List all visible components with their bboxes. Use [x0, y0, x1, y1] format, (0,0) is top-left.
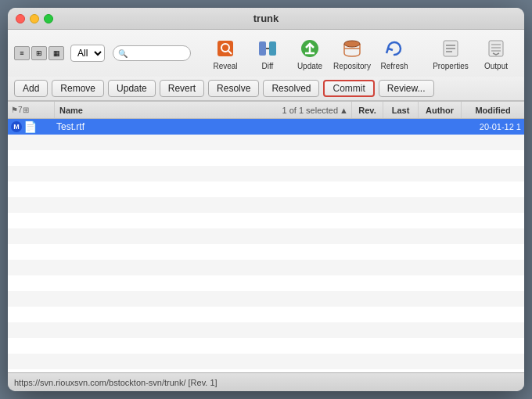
output-icon [483, 36, 509, 61]
diff-tool[interactable]: Diff [247, 34, 288, 72]
action-bar: Add Remove Update Revert Resolve Resolve… [8, 77, 524, 101]
modified-column-header[interactable]: Modified [462, 102, 524, 118]
empty-row [8, 150, 524, 166]
output-tool[interactable]: Output [474, 34, 518, 72]
properties-tool[interactable]: Properties [429, 34, 473, 72]
update-tool[interactable]: Update [289, 34, 330, 72]
modified-value: 20-01-12 1 [462, 122, 524, 131]
update-button[interactable]: Update [108, 80, 156, 97]
traffic-lights [16, 14, 53, 23]
repository-icon [340, 36, 365, 61]
view-icon-button[interactable]: ⊞ [31, 46, 47, 60]
resolve-button[interactable]: Resolve [208, 80, 259, 97]
empty-row [8, 228, 524, 244]
search-box[interactable]: 🔍 [113, 45, 191, 61]
search-input[interactable] [129, 49, 184, 58]
filter-select[interactable]: All [70, 45, 105, 62]
refresh-tool[interactable]: Refresh [374, 34, 415, 72]
view-column-button[interactable]: ▦ [49, 46, 64, 60]
empty-row [8, 291, 524, 307]
svg-rect-16 [489, 41, 503, 56]
name-column-label: Name [59, 106, 83, 115]
col-name-header[interactable]: Name 1 of 1 selected ▲ [55, 102, 352, 118]
toolbar-top: ≡ ⊞ ▦ All 🔍 [8, 30, 524, 77]
empty-row [8, 197, 524, 213]
update-icon [297, 36, 322, 61]
column-header: ⚑7⊞ Name 1 of 1 selected ▲ Rev. Last Aut… [8, 102, 524, 119]
empty-row [8, 260, 524, 275]
properties-icon [438, 36, 463, 61]
reveal-tool[interactable]: Reveal [205, 34, 246, 72]
resolved-button[interactable]: Resolved [263, 80, 319, 97]
empty-row [8, 244, 524, 260]
rev-column-header[interactable]: Rev. [352, 102, 383, 118]
remove-button[interactable]: Remove [52, 80, 104, 97]
close-button[interactable] [16, 14, 25, 23]
revert-button[interactable]: Revert [160, 80, 204, 97]
selected-info: 1 of 1 selected ▲ [282, 106, 348, 115]
reveal-label: Reveal [213, 62, 237, 70]
row-icon-area: M 📄 [8, 119, 55, 135]
properties-label: Properties [433, 62, 469, 70]
view-list-button[interactable]: ≡ [14, 46, 30, 60]
window-title: trunk [253, 13, 279, 24]
search-icon: 🔍 [118, 49, 128, 58]
titlebar: trunk [8, 8, 524, 30]
review-button[interactable]: Review... [379, 80, 434, 97]
empty-row [8, 307, 524, 322]
empty-row [8, 182, 524, 197]
file-list: M 📄 Test.rtf 20-01-12 1 [8, 119, 524, 372]
svg-rect-4 [269, 41, 276, 56]
minimize-button[interactable] [30, 14, 39, 23]
add-button[interactable]: Add [14, 80, 48, 97]
empty-row [8, 275, 524, 291]
refresh-icon [382, 36, 407, 61]
repository-tool[interactable]: Repository [332, 34, 372, 72]
file-icon: 📄 [23, 120, 37, 133]
statusbar: https://svn.riouxsvn.com/bstockton-svn/t… [8, 372, 524, 391]
toolbar-tools-right: Properties Output [429, 34, 518, 72]
toolbar: ≡ ⊞ ▦ All 🔍 [8, 30, 524, 102]
empty-row [8, 213, 524, 228]
commit-button[interactable]: Commit [323, 80, 374, 97]
status-badge: M [11, 121, 22, 132]
view-controls: ≡ ⊞ ▦ [14, 46, 64, 60]
toolbar-tools: Reveal Diff [194, 34, 426, 72]
last-column-header[interactable]: Last [383, 102, 419, 118]
empty-row [8, 166, 524, 182]
col-icon-sym: ⚑7⊞ [11, 106, 29, 114]
file-name: Test.rtf [55, 121, 352, 132]
empty-row [8, 135, 524, 150]
empty-row [8, 354, 524, 369]
table-row[interactable]: M 📄 Test.rtf 20-01-12 1 [8, 119, 524, 135]
refresh-label: Refresh [380, 62, 408, 70]
maximize-button[interactable] [44, 14, 53, 23]
status-url: https://svn.riouxsvn.com/bstockton-svn/t… [14, 378, 217, 387]
col-icon-area: ⚑7⊞ [8, 102, 55, 118]
author-column-header[interactable]: Author [419, 102, 462, 118]
filter-dropdown: All [70, 45, 105, 62]
repository-label: Repository [333, 62, 371, 70]
svg-rect-3 [259, 41, 266, 56]
main-window: trunk ≡ ⊞ ▦ All 🔍 [8, 8, 524, 391]
empty-row [8, 322, 524, 338]
diff-icon [255, 36, 280, 61]
output-label: Output [484, 62, 508, 70]
update-label: Update [297, 62, 322, 70]
diff-label: Diff [262, 62, 274, 70]
reveal-icon [213, 36, 238, 61]
empty-row [8, 338, 524, 354]
